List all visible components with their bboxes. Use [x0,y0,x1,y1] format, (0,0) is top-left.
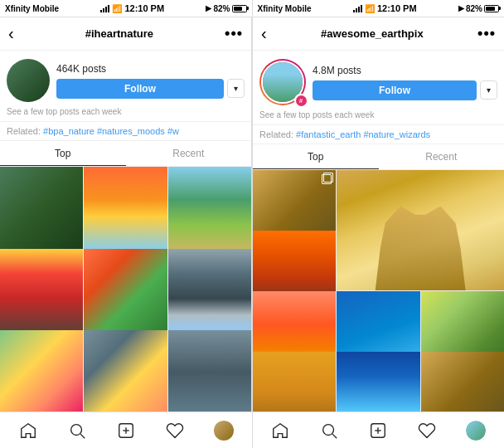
add-button-left[interactable] [111,416,141,446]
photo-cell[interactable] [0,330,83,411]
more-button-right[interactable]: ••• [477,25,496,42]
see-top-posts-left: See a few top posts each week [0,107,251,121]
photo-grid-right [253,170,504,411]
search-button-right[interactable] [314,416,344,446]
svg-line-1 [80,434,85,438]
avatar-left [7,59,50,102]
related-tags-right[interactable]: #fantastic_earth #nature_wizards [296,129,430,139]
photo-grid-left [0,167,251,411]
profile-area-right: # 4.8M posts Follow ▾ [253,51,504,110]
tab-recent-right[interactable]: Recent [379,144,505,169]
bottom-navigation [0,411,504,448]
add-button-right[interactable] [363,416,393,446]
carrier-left: Xfinity Mobile [5,4,59,13]
photo-cell[interactable] [84,167,167,250]
back-button-right[interactable]: ‹ [261,24,267,43]
photo-cell[interactable] [84,249,167,332]
multi-icon [322,174,332,184]
photo-cell[interactable] [421,352,504,411]
see-top-posts-right: See a few top posts each week [253,110,504,124]
related-tags-left[interactable]: #bpa_nature #natures_moods #w [43,126,179,136]
home-button-left[interactable] [13,416,43,446]
profile-button-left[interactable] [209,416,239,446]
time-right: 12:10 PM [377,3,417,13]
nav-bar-left: ‹ #iheartnature ••• [0,17,251,51]
profile-button-right[interactable] [461,416,491,446]
tabs-right: Top Recent [253,144,504,170]
posts-count-right: 4.8M posts [313,65,497,76]
nav-bar-right: ‹ #awesome_earthpix ••• [253,17,504,51]
follow-button-left[interactable]: Follow [56,79,224,99]
photo-cell[interactable] [168,249,251,332]
tab-recent-left[interactable]: Recent [126,141,252,166]
follow-dropdown-right[interactable]: ▾ [480,80,497,100]
battery-right: 82% [466,4,482,13]
tabs-left: Top Recent [0,141,251,167]
related-label-left: Related: [7,126,41,136]
profile-info-right: 4.8M posts Follow ▾ [313,65,497,100]
panel-right: ‹ #awesome_earthpix ••• # 4.8M posts Fol… [253,17,504,411]
photo-cell[interactable] [0,167,83,250]
photo-cell[interactable] [337,352,419,411]
photo-cell[interactable] [168,330,251,411]
bottom-nav-right [253,412,505,448]
bottom-nav-left [0,412,252,448]
battery-left: 82% [213,4,230,13]
svg-line-6 [332,434,337,438]
profile-avatar-right [466,421,486,441]
related-label-right: Related: [259,129,293,139]
status-bar-right: Xfinity Mobile 📶 12:10 PM ▶ 82% [253,0,505,17]
profile-info-left: 464K posts Follow ▾ [56,63,245,99]
home-button-right[interactable] [265,416,295,446]
wifi-icon-right: 📶 [365,4,375,13]
status-bar-left: Xfinity Mobile 📶 12:10 PM ▶ 82% [0,0,252,17]
profile-avatar-left [214,421,234,441]
more-button-left[interactable]: ••• [225,25,243,42]
multi-photo-indicator [321,173,332,185]
wifi-icon-left: 📶 [112,4,122,13]
page-title-left: #iheartnature [14,27,225,40]
posts-count-left: 464K posts [56,63,245,75]
related-bar-left: Related: #bpa_nature #natures_moods #w [0,121,251,141]
search-button-left[interactable] [62,416,92,446]
heart-button-left[interactable] [160,416,190,446]
photo-cell[interactable] [168,167,251,250]
photo-cell[interactable] [253,352,336,411]
hashtag-icon-right: # [296,95,307,106]
profile-area-left: 464K posts Follow ▾ [0,51,251,107]
carrier-right: Xfinity Mobile [258,4,312,13]
back-button-left[interactable]: ‹ [8,24,14,43]
location-icon-left: ▶ [206,4,211,12]
avatar-right-container: # [259,59,306,105]
related-bar-right: Related: #fantastic_earth #nature_wizard… [253,124,504,144]
tab-top-right[interactable]: Top [253,144,379,169]
photo-cell[interactable] [84,330,167,411]
location-icon-right: ▶ [458,4,464,12]
follow-button-right[interactable]: Follow [313,80,477,100]
svg-point-0 [70,424,81,435]
time-left: 12:10 PM [124,3,164,13]
heart-button-right[interactable] [412,416,442,446]
tab-top-left[interactable]: Top [0,141,126,166]
photo-cell[interactable] [0,249,83,332]
page-title-right: #awesome_earthpix [267,27,477,40]
photo-cell-large[interactable] [337,170,504,290]
hashtag-badge-right: # [294,94,308,107]
follow-dropdown-left[interactable]: ▾ [227,79,245,98]
svg-point-5 [323,424,334,435]
panel-left: ‹ #iheartnature ••• 464K posts Follow ▾ … [0,17,252,411]
